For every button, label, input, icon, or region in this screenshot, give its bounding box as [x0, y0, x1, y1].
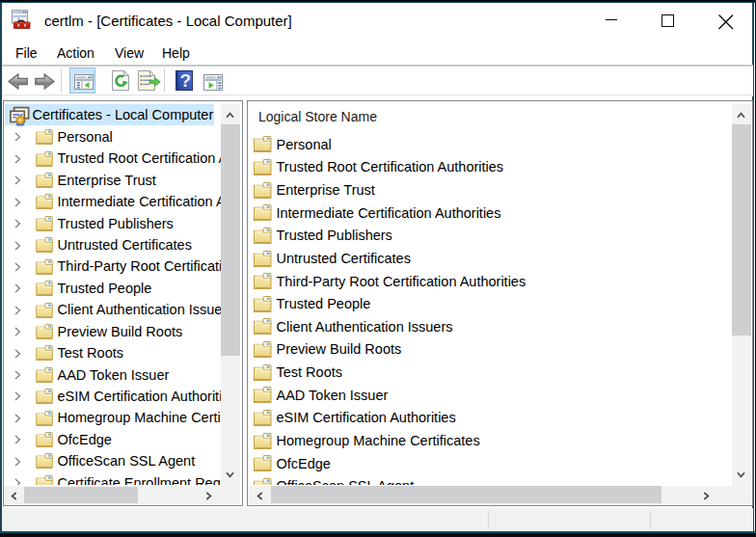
svg-text:?: ?: [179, 70, 191, 91]
